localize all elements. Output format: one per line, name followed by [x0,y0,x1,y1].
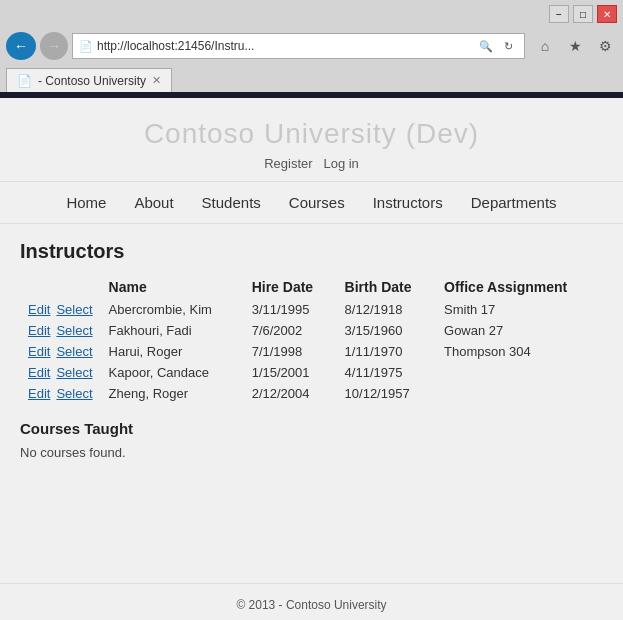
select-link[interactable]: Select [56,302,92,317]
instructor-hire-date: 7/1/1998 [244,341,337,362]
select-link[interactable]: Select [56,365,92,380]
nav-menu: Home About Students Courses Instructors … [0,181,623,224]
site-links: Register Log in [0,156,623,171]
col-birth-date: Birth Date [337,275,436,299]
page-content: Contoso University (Dev) Register Log in… [0,98,623,590]
table-row: EditSelectAbercrombie, Kim3/11/19958/12/… [20,299,603,320]
instructor-birth-date: 3/15/1960 [337,320,436,341]
col-office: Office Assignment [436,275,603,299]
instructor-office [436,362,603,383]
tab-bar: 📄 - Contoso University ✕ [0,64,623,92]
courses-section-heading: Courses Taught [20,420,603,437]
instructor-birth-date: 8/12/1918 [337,299,436,320]
tab-close-icon[interactable]: ✕ [152,74,161,87]
instructor-hire-date: 7/6/2002 [244,320,337,341]
edit-link[interactable]: Edit [28,344,50,359]
row-actions: EditSelect [20,320,101,341]
table-row: EditSelectZheng, Roger2/12/200410/12/195… [20,383,603,404]
address-icons: 🔍 ↻ [476,36,518,56]
instructor-hire-date: 3/11/1995 [244,299,337,320]
footer: © 2013 - Contoso University [0,583,623,590]
edit-link[interactable]: Edit [28,323,50,338]
nav-instructors[interactable]: Instructors [359,190,457,215]
instructor-name: Fakhouri, Fadi [101,320,244,341]
lock-icon: 📄 [79,40,93,53]
star-icon[interactable]: ★ [563,34,587,58]
col-actions [20,275,101,299]
instructor-name: Harui, Roger [101,341,244,362]
search-icon[interactable]: 🔍 [476,36,496,56]
table-row: EditSelectKapoor, Candace1/15/20014/11/1… [20,362,603,383]
edit-link[interactable]: Edit [28,302,50,317]
select-link[interactable]: Select [56,386,92,401]
row-actions: EditSelect [20,383,101,404]
no-courses-message: No courses found. [20,445,603,460]
nav-departments[interactable]: Departments [457,190,571,215]
title-bar-buttons: − □ ✕ [549,5,617,23]
address-bar[interactable]: 📄 http://localhost:21456/Instru... 🔍 ↻ [72,33,525,59]
row-actions: EditSelect [20,362,101,383]
instructor-office: Thompson 304 [436,341,603,362]
instructor-office: Gowan 27 [436,320,603,341]
home-icon[interactable]: ⌂ [533,34,557,58]
tab-favicon: 📄 [17,74,32,88]
instructor-hire-date: 1/15/2001 [244,362,337,383]
nav-students[interactable]: Students [188,190,275,215]
col-name: Name [101,275,244,299]
register-link[interactable]: Register [264,156,312,171]
instructor-office [436,383,603,404]
table-row: EditSelectHarui, Roger7/1/19981/11/1970T… [20,341,603,362]
instructor-name: Kapoor, Candace [101,362,244,383]
nav-home[interactable]: Home [52,190,120,215]
settings-icon[interactable]: ⚙ [593,34,617,58]
edit-link[interactable]: Edit [28,365,50,380]
page-heading: Instructors [20,240,603,263]
instructor-birth-date: 10/12/1957 [337,383,436,404]
row-actions: EditSelect [20,341,101,362]
instructor-name: Zheng, Roger [101,383,244,404]
browser-tab[interactable]: 📄 - Contoso University ✕ [6,68,172,92]
minimize-button[interactable]: − [549,5,569,23]
close-button[interactable]: ✕ [597,5,617,23]
nav-bar: ← → 📄 http://localhost:21456/Instru... 🔍… [0,28,623,64]
main-content: Instructors Name Hire Date Birth Date Of… [0,224,623,476]
table-header-row: Name Hire Date Birth Date Office Assignm… [20,275,603,299]
maximize-button[interactable]: □ [573,5,593,23]
instructor-birth-date: 4/11/1975 [337,362,436,383]
forward-button[interactable]: → [40,32,68,60]
nav-about[interactable]: About [120,190,187,215]
address-text: http://localhost:21456/Instru... [97,39,472,53]
edit-link[interactable]: Edit [28,386,50,401]
login-link[interactable]: Log in [323,156,358,171]
instructor-office: Smith 17 [436,299,603,320]
refresh-icon[interactable]: ↻ [498,36,518,56]
instructor-hire-date: 2/12/2004 [244,383,337,404]
back-button[interactable]: ← [6,32,36,60]
row-actions: EditSelect [20,299,101,320]
col-hire-date: Hire Date [244,275,337,299]
instructors-table: Name Hire Date Birth Date Office Assignm… [20,275,603,404]
select-link[interactable]: Select [56,323,92,338]
site-title: Contoso University (Dev) [0,118,623,150]
site-header: Contoso University (Dev) Register Log in [0,98,623,181]
instructor-birth-date: 1/11/1970 [337,341,436,362]
instructor-name: Abercrombie, Kim [101,299,244,320]
table-row: EditSelectFakhouri, Fadi7/6/20023/15/196… [20,320,603,341]
browser-chrome: − □ ✕ ← → 📄 http://localhost:21456/Instr… [0,0,623,98]
title-bar: − □ ✕ [0,0,623,28]
tab-title: - Contoso University [38,74,146,88]
page-inner: Contoso University (Dev) Register Log in… [0,98,623,486]
select-link[interactable]: Select [56,344,92,359]
nav-courses[interactable]: Courses [275,190,359,215]
